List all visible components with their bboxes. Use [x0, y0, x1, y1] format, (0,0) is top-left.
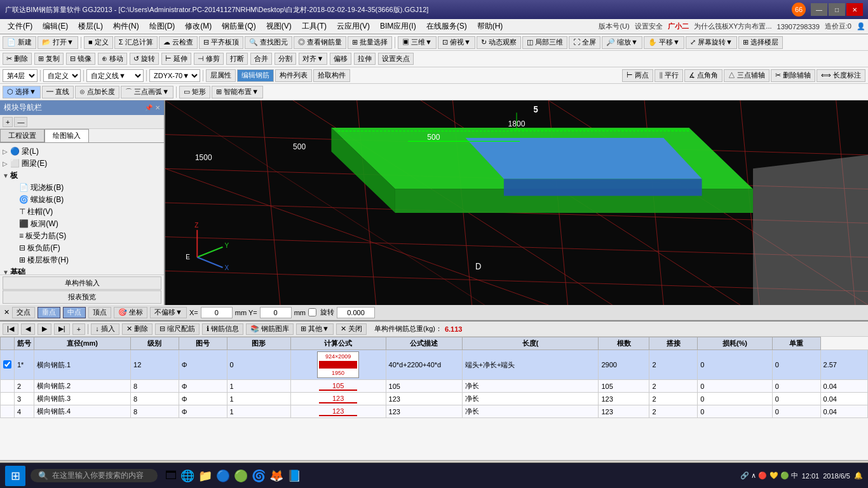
stretch-btn[interactable]: 拉伸 — [354, 53, 376, 65]
menu-draw[interactable]: 绘图(D) — [144, 20, 180, 33]
tree-item-slab[interactable]: ▼ 板 — [3, 170, 161, 182]
taskview-button[interactable]: 🗖 — [165, 469, 177, 483]
nav-first-button[interactable]: |◀ — [3, 323, 18, 335]
arc-button[interactable]: ⌒ 三点画弧▼ — [121, 86, 173, 98]
snap-coord-button[interactable]: 🎯 坐标 — [114, 307, 147, 318]
edit-rebar-button[interactable]: 编辑钢筋 — [237, 69, 274, 82]
nav-prev-button[interactable]: ◀ — [21, 323, 35, 335]
panel-minus-button[interactable]: — — [14, 117, 27, 127]
set-vertex-btn[interactable]: 设置夹点 — [378, 53, 414, 65]
angle-aux-button[interactable]: ∡ 点角角 — [684, 69, 722, 82]
define-button[interactable]: ■ 定义 — [84, 36, 113, 49]
panel-close-button[interactable]: ✕ — [155, 104, 160, 111]
menu-rebar-qty[interactable]: 钢筋量(Q) — [217, 20, 261, 33]
menu-view[interactable]: 视图(V) — [261, 20, 297, 33]
menu-floor[interactable]: 楼层(L) — [73, 20, 108, 33]
scale-rebar-button[interactable]: ⊟ 缩尺配筋 — [155, 323, 200, 335]
pan-button[interactable]: ✋ 平移▼ — [644, 36, 684, 49]
app4-icon[interactable]: 🦊 — [269, 469, 283, 483]
rebar-gallery-button[interactable]: 📚 钢筋图库 — [246, 323, 294, 335]
table-row[interactable]: 3 横向钢筋.3 8 Φ 1 123 123 净长 123 2 0 0 0.04 — [1, 393, 868, 405]
new-button[interactable]: 📄 新建 — [3, 36, 36, 49]
fullscreen-button[interactable]: ⛶ 全屏 — [569, 36, 600, 49]
x-input[interactable] — [201, 307, 233, 318]
tree-item-cast-slab[interactable]: 📄 现浇板(B) — [3, 182, 161, 194]
open-button[interactable]: 📂 打开▼ — [37, 36, 78, 49]
menu-online[interactable]: 在线服务(S) — [421, 20, 472, 33]
layer-props-button[interactable]: 层属性 — [206, 69, 236, 82]
parallel-aux-button[interactable]: ∥ 平行 — [654, 69, 683, 82]
app2-icon[interactable]: 🟢 — [234, 469, 248, 483]
tree-item-beam[interactable]: ▷ 🔵 梁(L) — [3, 146, 161, 158]
menu-help[interactable]: 帮助(H) — [472, 20, 508, 33]
two-point-aux-button[interactable]: ⊢ 两点 — [622, 69, 653, 82]
3d-button[interactable]: ▣ 三维▼ — [398, 36, 437, 49]
align-btn[interactable]: 对齐▼ — [299, 53, 327, 65]
merge-btn[interactable]: 合并 — [250, 53, 272, 65]
trim-btn[interactable]: ⊣ 修剪 — [194, 53, 224, 65]
table-row[interactable]: 4 横向钢筋.4 8 Φ 1 123 123 净长 123 2 0 0 0.04 — [1, 405, 868, 418]
rect-button[interactable]: ▭ 矩形 — [179, 86, 210, 98]
cloud-check-button[interactable]: ☁ 云检查 — [159, 36, 198, 49]
element-list-button[interactable]: 构件列表 — [275, 69, 312, 82]
line-type-selector[interactable]: 自定义线▼ — [86, 69, 144, 82]
flat-slab-button[interactable]: ⊟ 平齐板顶 — [199, 36, 243, 49]
report-preview-button[interactable]: 报表预览 — [3, 290, 161, 304]
snap-no-offset-button[interactable]: 不偏移▼ — [150, 307, 187, 318]
delete-rebar-button[interactable]: ✕ 删除 — [122, 323, 153, 335]
tree-item-slab-hole[interactable]: ⬛ 板洞(W) — [3, 218, 161, 230]
app5-icon[interactable]: 📘 — [287, 469, 301, 483]
y-input[interactable] — [260, 307, 292, 318]
three-pt-aux-button[interactable]: △ 三点辅轴 — [724, 69, 770, 82]
snap-intersect-button[interactable]: 交点 — [12, 307, 35, 318]
app1-icon[interactable]: 🔵 — [216, 469, 230, 483]
app3-icon[interactable]: 🌀 — [252, 469, 266, 483]
close-rebar-button[interactable]: ✕ 关闭 — [336, 323, 367, 335]
copy-btn[interactable]: ⊞ 复制 — [34, 53, 64, 65]
view-rebar-button[interactable]: ◎ 查看钢筋量 — [294, 36, 346, 49]
rotate-input[interactable] — [337, 307, 375, 318]
view-mode-selector[interactable]: 自定义 — [43, 69, 81, 82]
layer-selector[interactable]: 第4层 — [3, 69, 37, 82]
pick-element-button[interactable]: 拾取构件 — [313, 69, 350, 82]
nav-next-button[interactable]: ▶ — [37, 323, 51, 335]
browser-icon[interactable]: 🌐 — [180, 469, 194, 483]
table-row[interactable]: 1* 横向钢筋.1 12 Φ 0 924×2009 1950 40*d+2200… — [1, 350, 868, 380]
nav-add-button[interactable]: + — [72, 323, 85, 335]
select-tool-button[interactable]: ⬡ 选择▼ — [3, 86, 41, 98]
split-btn[interactable]: 分割 — [275, 53, 296, 65]
menu-edit[interactable]: 编辑(E) — [37, 20, 73, 33]
nav-last-button[interactable]: ▶| — [54, 323, 70, 335]
mirror-btn[interactable]: ⊟ 镜像 — [66, 53, 95, 65]
single-element-input-button[interactable]: 单构件输入 — [3, 276, 161, 290]
table-row[interactable]: 2 横向钢筋.2 8 Φ 1 105 105 净长 105 2 0 0 0.04 — [1, 380, 868, 393]
snap-mid-button[interactable]: 中点 — [63, 307, 86, 318]
length-ann-button[interactable]: ⟺ 长度标注 — [817, 69, 865, 82]
snap-perp-button[interactable]: 垂点 — [37, 307, 60, 318]
screen-rotate-button[interactable]: ⤢ 屏幕旋转▼ — [686, 36, 737, 49]
offset-btn[interactable]: 偏移 — [330, 53, 351, 65]
menu-element[interactable]: 构件(N) — [108, 20, 144, 33]
insert-rebar-button[interactable]: ↓ 插入 — [91, 323, 119, 335]
minimize-button[interactable]: — — [811, 3, 827, 16]
panel-add-button[interactable]: + — [3, 117, 13, 127]
rotate-btn[interactable]: ↺ 旋转 — [130, 53, 159, 65]
move-btn[interactable]: ⊕ 移动 — [98, 53, 127, 65]
tab-project-settings[interactable]: 工程设置 — [0, 129, 44, 142]
rebar-table-container[interactable]: 筋号 直径(mm) 级别 图号 图形 计算公式 公式描述 长度( 根数 搭接 损… — [0, 337, 868, 460]
file-manager-icon[interactable]: 📁 — [198, 469, 212, 483]
search-bar[interactable]: 🔍 在这里输入你要搜索的内容 — [31, 469, 158, 482]
tree-item-neg-rebar[interactable]: ⊟ 板负筋(F) — [3, 242, 161, 254]
select-floor-button[interactable]: ⊞ 选择楼层 — [738, 36, 783, 49]
point-length-button[interactable]: ⊙ 点加长度 — [75, 86, 119, 98]
top-view-button[interactable]: ⊡ 俯视▼ — [438, 36, 475, 49]
menu-bim[interactable]: BIM应用(I) — [375, 20, 421, 33]
other-rebar-button[interactable]: ⊞ 其他▼ — [296, 323, 334, 335]
break-btn[interactable]: 打断 — [226, 53, 248, 65]
snap-vertex-button[interactable]: 顶点 — [88, 307, 111, 318]
smart-place-button[interactable]: ⊞ 智能布置▼ — [212, 86, 263, 98]
start-button[interactable]: ⊞ — [5, 466, 25, 486]
maximize-button[interactable]: □ — [829, 3, 845, 16]
menu-modify[interactable]: 修改(M) — [180, 20, 217, 33]
notification-icon[interactable]: 🔔 — [854, 471, 863, 480]
